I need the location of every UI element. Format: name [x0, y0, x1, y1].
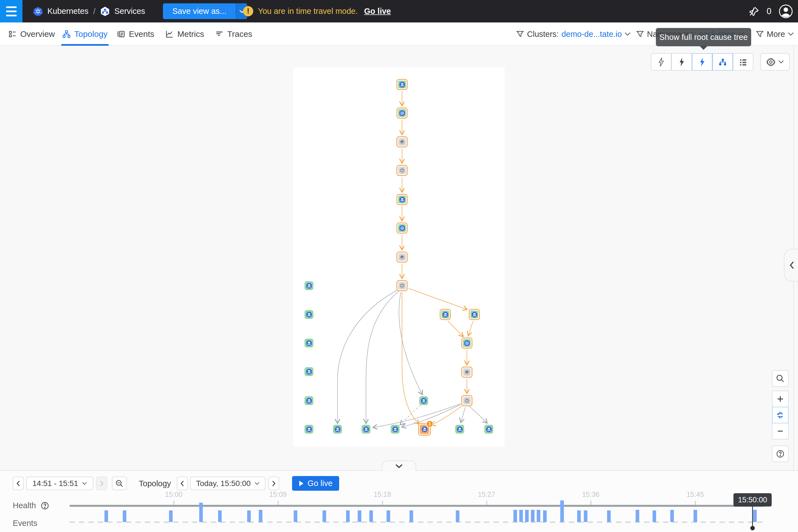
- collapse-bottom-panel-button[interactable]: [382, 460, 416, 471]
- events-bar[interactable]: [247, 510, 251, 522]
- events-bar[interactable]: [635, 510, 639, 522]
- time-range-dropdown[interactable]: 14:51 - 15:51: [26, 477, 93, 490]
- topology-node-pod-c4[interactable]: [397, 165, 407, 176]
- go-live-link[interactable]: Go live: [364, 7, 391, 16]
- events-bar[interactable]: [753, 510, 757, 522]
- topology-node-service-l4[interactable]: [305, 367, 314, 376]
- expand-right-panel-button[interactable]: [784, 249, 798, 282]
- breadcrumb-page[interactable]: Services: [114, 7, 145, 16]
- timeline-zoom-out-button[interactable]: [112, 477, 127, 490]
- topology-node-service-b4[interactable]: [391, 425, 400, 434]
- topology-node-service-c5[interactable]: [397, 194, 407, 205]
- events-bar[interactable]: [670, 510, 674, 522]
- time-range-next-button[interactable]: [96, 477, 107, 490]
- tab-overview[interactable]: Overview: [8, 22, 55, 46]
- topology-node-service-r1[interactable]: [440, 309, 451, 320]
- clusters-value[interactable]: demo-de...tate.io: [562, 30, 622, 39]
- topology-node-service-b7[interactable]: [484, 425, 493, 434]
- events-bar[interactable]: [584, 510, 587, 522]
- hamburger-menu-button[interactable]: [0, 0, 22, 22]
- events-bar[interactable]: [694, 510, 697, 522]
- go-live-button[interactable]: Go live: [292, 476, 339, 491]
- events-bar[interactable]: [104, 510, 108, 522]
- topology-node-service-b1[interactable]: [305, 425, 314, 434]
- topology-node-replicaset-r4[interactable]: [461, 366, 472, 378]
- zoom-out-button[interactable]: [772, 423, 788, 439]
- topology-node-pod-c8[interactable]: [397, 280, 407, 291]
- tab-metrics[interactable]: Metrics: [166, 22, 204, 46]
- help-circle-icon[interactable]: [40, 501, 49, 510]
- events-bar[interactable]: [323, 510, 326, 522]
- user-avatar[interactable]: [779, 4, 793, 19]
- pin-icon[interactable]: [748, 6, 759, 17]
- topology-node-service-b6[interactable]: [455, 425, 464, 434]
- events-bar[interactable]: [199, 502, 203, 522]
- events-bar[interactable]: [169, 510, 173, 522]
- root-cause-full-button[interactable]: [692, 53, 712, 71]
- events-bar[interactable]: [607, 510, 611, 522]
- tab-events[interactable]: Events: [117, 22, 154, 46]
- topology-node-service-b5[interactable]: 1: [418, 423, 431, 436]
- events-bar[interactable]: [652, 510, 656, 522]
- current-time-badge[interactable]: 15:50:00: [734, 493, 772, 507]
- events-bar[interactable]: [218, 510, 222, 522]
- topology-canvas[interactable]: 1: [293, 68, 505, 446]
- save-view-as-button[interactable]: Save view as...: [163, 3, 247, 19]
- health-timeline-line[interactable]: [70, 505, 764, 507]
- topology-node-service-c1[interactable]: [397, 79, 407, 90]
- topology-node-service-b3[interactable]: [362, 425, 370, 434]
- events-bar[interactable]: [456, 510, 459, 522]
- topology-node-service-r2[interactable]: [469, 309, 480, 320]
- events-bar[interactable]: [294, 510, 297, 522]
- topology-node-service-l3[interactable]: [305, 339, 314, 347]
- current-time-handle[interactable]: [750, 526, 755, 530]
- events-bar[interactable]: [525, 510, 529, 522]
- time-range-prev-button[interactable]: [13, 477, 24, 490]
- timestamp-dropdown[interactable]: Today, 15:50:00: [190, 477, 265, 490]
- zoom-in-button[interactable]: [772, 391, 788, 407]
- events-bar[interactable]: [519, 510, 523, 522]
- events-bar[interactable]: [386, 510, 390, 522]
- search-button[interactable]: [772, 370, 788, 387]
- events-bar[interactable]: [410, 510, 413, 522]
- events-bar[interactable]: [537, 510, 540, 522]
- topology-node-replicaset-c3[interactable]: [397, 136, 407, 147]
- tab-topology[interactable]: Topology: [62, 22, 108, 46]
- events-bar[interactable]: [513, 510, 517, 522]
- settings-button[interactable]: [760, 53, 790, 71]
- topology-node-service-b2[interactable]: [333, 425, 342, 434]
- topology-node-pod-r5[interactable]: [461, 395, 472, 406]
- fit-to-screen-button[interactable]: [772, 407, 788, 423]
- events-bar[interactable]: [346, 510, 350, 522]
- topology-node-deployment-c2[interactable]: [397, 108, 407, 119]
- current-time-line[interactable]: [752, 506, 753, 526]
- events-bar[interactable]: [543, 510, 547, 522]
- topology-node-replicaset-c7[interactable]: [397, 252, 407, 263]
- save-view-as-label[interactable]: Save view as...: [163, 3, 236, 19]
- help-button[interactable]: [772, 445, 788, 462]
- events-bar[interactable]: [577, 510, 581, 522]
- topology-node-service-m1[interactable]: [419, 396, 428, 405]
- events-bar[interactable]: [358, 510, 361, 522]
- topology-node-deployment-r3[interactable]: [461, 338, 472, 348]
- topology-node-service-l5[interactable]: [305, 396, 314, 405]
- timestamp-next-button[interactable]: [268, 477, 279, 490]
- clusters-filter[interactable]: Clusters: demo-de...tate.io: [516, 22, 631, 46]
- tab-traces[interactable]: Traces: [215, 22, 252, 46]
- topology-node-deployment-c6[interactable]: [397, 223, 407, 233]
- events-bar[interactable]: [123, 510, 126, 522]
- events-bar[interactable]: [259, 510, 262, 522]
- root-cause-off-button[interactable]: [651, 53, 671, 71]
- events-bar[interactable]: [560, 500, 564, 522]
- more-filters[interactable]: More: [756, 22, 794, 46]
- list-view-button[interactable]: [733, 53, 754, 71]
- root-cause-partial-button[interactable]: [671, 53, 692, 71]
- events-bar[interactable]: [369, 510, 373, 522]
- tree-layout-button[interactable]: [712, 53, 733, 71]
- events-bar[interactable]: [531, 510, 534, 522]
- topology-node-service-l2[interactable]: [305, 310, 314, 319]
- timestamp-prev-button[interactable]: [177, 477, 188, 490]
- service-icon: [335, 426, 341, 432]
- topology-node-service-l1[interactable]: [305, 281, 314, 290]
- breadcrumb-app[interactable]: Kubernetes: [48, 7, 89, 16]
